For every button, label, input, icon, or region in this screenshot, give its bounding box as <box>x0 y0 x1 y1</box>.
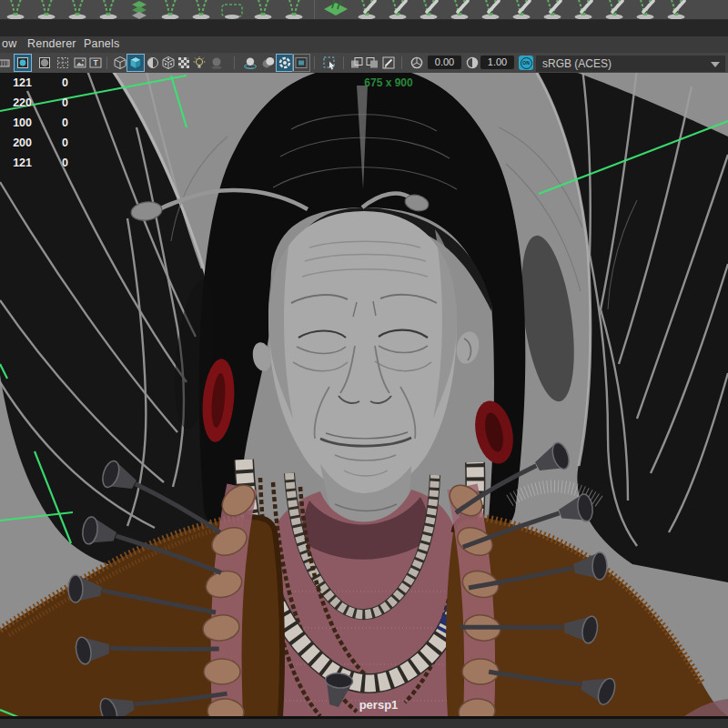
wireframe-on-shaded-icon[interactable] <box>145 55 161 71</box>
time-tick-label <box>573 719 614 728</box>
groom-freeze-brush-icon[interactable] <box>661 0 692 19</box>
viewport-canvas[interactable]: 121 0 220 0 100 0 200 0 121 0 <box>0 73 728 716</box>
wireframe-icon[interactable] <box>112 55 128 71</box>
hud-row: 100 0 <box>0 116 86 136</box>
hud-row: 121 0 <box>0 76 86 96</box>
resolution-gate-label: 675 x 900 <box>364 76 413 89</box>
groom-export-icon[interactable] <box>278 0 309 19</box>
toolbar-separator <box>314 56 315 69</box>
depth-of-field-icon[interactable] <box>293 55 309 71</box>
resolution-gate-icon[interactable] <box>15 55 31 71</box>
toolbar-separator <box>343 56 344 69</box>
lighting-icon[interactable] <box>191 55 207 71</box>
time-slider[interactable] <box>0 719 728 728</box>
time-tick-label <box>328 719 369 728</box>
time-tick-label <box>369 719 410 728</box>
shelf-separator[interactable] <box>309 0 320 19</box>
time-tick-label <box>0 719 41 728</box>
groom-transfer-icon[interactable] <box>155 0 186 19</box>
ssao-icon[interactable] <box>242 55 258 71</box>
time-tick-label <box>450 719 491 728</box>
chevron-down-icon <box>711 62 720 67</box>
groom-select-icon[interactable] <box>186 0 217 19</box>
textured-icon[interactable] <box>160 55 177 71</box>
time-tick-label <box>287 719 328 728</box>
gate-mask-icon[interactable] <box>36 55 53 71</box>
shelf-gap-band <box>0 20 728 36</box>
time-tick-label <box>123 719 164 728</box>
xray-joints-icon[interactable] <box>364 55 380 71</box>
menu-panels[interactable]: Panels <box>84 37 119 50</box>
groom-part-icon[interactable] <box>93 0 124 19</box>
field-chart-icon[interactable] <box>55 55 71 71</box>
groom-brush-icon[interactable] <box>351 0 382 19</box>
view-transform-toggle[interactable]: ON <box>519 56 533 70</box>
use-default-material-icon[interactable] <box>176 55 192 71</box>
gamma-field[interactable]: 1.00 <box>480 56 514 69</box>
hud-row: 220 0 <box>0 96 86 116</box>
grass-preset-icon[interactable] <box>320 0 351 19</box>
time-tick-label <box>82 719 123 728</box>
toolbar-separator <box>106 56 107 69</box>
groom-orient-icon[interactable] <box>248 0 278 19</box>
time-tick-label <box>205 719 246 728</box>
plugin-shading-icon[interactable] <box>380 55 397 71</box>
time-tick-label <box>532 719 573 728</box>
scene-render: 675 x 900 persp1 <box>0 73 728 716</box>
hud-row: 200 0 <box>0 136 86 157</box>
groom-cut-brush-icon[interactable] <box>475 0 506 19</box>
menu-renderer[interactable]: Renderer <box>27 37 76 50</box>
groom-region-icon[interactable] <box>217 0 248 19</box>
groom-add-brush-icon[interactable] <box>382 0 413 19</box>
exposure-icon[interactable] <box>409 55 425 71</box>
svg-text:T: T <box>93 58 98 67</box>
groom-lock-icon[interactable] <box>62 0 93 19</box>
xray-icon[interactable] <box>349 55 365 71</box>
xgen-groom-shelf <box>0 0 728 20</box>
color-space-dropdown[interactable]: sRGB (ACES) <box>536 56 725 72</box>
shaded-icon[interactable] <box>127 55 144 71</box>
time-tick-label <box>491 719 532 728</box>
shadows-icon[interactable] <box>208 55 225 71</box>
groom-create-icon[interactable] <box>0 0 31 19</box>
camera-name-label: persp1 <box>359 698 399 712</box>
time-tick-label <box>41 719 82 728</box>
menu-show-clipped[interactable]: ow <box>2 37 16 50</box>
time-tick-label <box>164 719 205 728</box>
time-tick-label <box>614 719 655 728</box>
film-gate-icon[interactable] <box>0 55 11 71</box>
groom-layers-icon[interactable] <box>124 0 155 19</box>
time-tick-label <box>410 719 450 728</box>
groom-length-brush-icon[interactable] <box>444 0 475 19</box>
groom-rake-brush-icon[interactable] <box>506 0 537 19</box>
motion-blur-icon[interactable] <box>260 55 277 71</box>
groom-comb-brush-icon[interactable] <box>413 0 444 19</box>
isolate-select-icon[interactable] <box>321 55 338 71</box>
time-tick-label <box>246 719 287 728</box>
groom-clump-brush-icon[interactable] <box>630 0 661 19</box>
color-space-value: sRGB (ACES) <box>542 57 612 70</box>
toolbar-separator <box>401 56 402 69</box>
safe-action-icon[interactable] <box>72 55 88 71</box>
time-tick-label <box>655 719 696 728</box>
groom-curl-brush-icon[interactable] <box>537 0 568 19</box>
safe-title-icon[interactable]: T <box>87 55 104 71</box>
groom-rotate-icon[interactable] <box>31 0 62 19</box>
groom-noise-brush-icon[interactable] <box>568 0 599 19</box>
exposure-field[interactable]: 0.00 <box>428 56 461 69</box>
hud-row: 121 0 <box>0 157 86 177</box>
anti-aliasing-icon[interactable] <box>277 55 293 71</box>
panel-menu-bar: ow Renderer Panels <box>0 36 728 53</box>
poly-count-hud: 121 0 220 0 100 0 200 0 121 0 <box>0 76 86 177</box>
toolbar-separator <box>234 56 235 69</box>
gamma-icon[interactable] <box>464 55 480 71</box>
on-badge-label: ON <box>521 57 532 69</box>
groom-smooth-brush-icon[interactable] <box>599 0 630 19</box>
